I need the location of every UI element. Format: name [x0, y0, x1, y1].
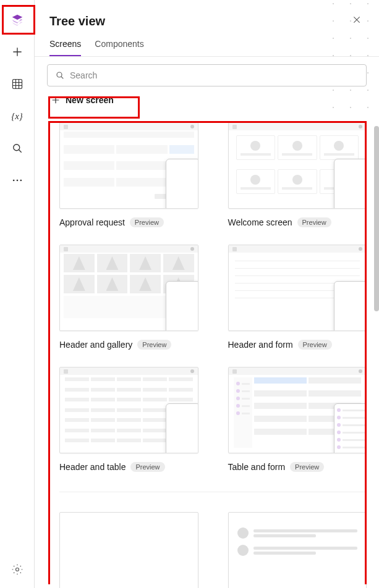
template-list[interactable] — [228, 512, 367, 588]
template-thumbnail — [228, 512, 367, 588]
svg-point-6 — [57, 72, 62, 77]
template-thumbnail — [228, 245, 367, 331]
new-screen-button[interactable]: New screen — [47, 93, 117, 107]
search-icon — [55, 70, 65, 80]
preview-badge: Preview — [298, 340, 332, 350]
template-label: Approval request — [59, 217, 125, 227]
new-screen-label: New screen — [66, 95, 114, 105]
template-thumbnail — [59, 367, 198, 453]
layers-icon[interactable] — [10, 12, 25, 27]
preview-badge: Preview — [137, 340, 171, 350]
variable-icon[interactable]: {x} — [10, 109, 25, 124]
tab-components[interactable]: Components — [95, 39, 143, 56]
svg-point-1 — [13, 145, 19, 151]
template-thumbnail — [59, 245, 198, 331]
template-thumbnail — [59, 122, 198, 209]
search-input[interactable] — [47, 64, 367, 86]
preview-badge: Preview — [290, 462, 324, 472]
template-label: Table and form — [228, 462, 286, 472]
search-icon[interactable] — [10, 141, 25, 156]
template-header-and-table[interactable]: Header and table Preview — [59, 367, 198, 472]
separator — [59, 492, 367, 492]
svg-point-2 — [12, 180, 14, 182]
svg-rect-0 — [12, 80, 22, 89]
preview-badge: Preview — [130, 217, 164, 227]
template-table-and-form[interactable]: Table and form Preview — [228, 367, 367, 472]
template-thumbnail — [228, 122, 367, 209]
template-header-and-form[interactable]: Header and form Preview — [228, 245, 367, 350]
svg-point-4 — [20, 180, 22, 182]
settings-icon[interactable] — [10, 562, 25, 577]
search-field[interactable] — [70, 70, 359, 80]
template-approval-request[interactable]: Approval request Preview — [59, 122, 198, 227]
more-icon[interactable] — [10, 173, 25, 188]
close-button[interactable] — [349, 12, 364, 30]
tab-screens[interactable]: Screens — [49, 39, 81, 56]
template-label: Header and form — [228, 340, 293, 350]
preview-badge: Preview — [130, 462, 164, 472]
template-thumbnail — [59, 512, 198, 588]
template-blank[interactable] — [59, 512, 198, 588]
panel-title: Tree view — [49, 14, 105, 28]
grid-icon[interactable] — [10, 77, 25, 91]
template-welcome-screen[interactable]: Welcome screen Preview — [228, 122, 367, 227]
tabs: Screens Components — [35, 30, 379, 57]
svg-point-3 — [16, 180, 18, 182]
template-thumbnail — [228, 367, 367, 453]
plus-icon — [51, 95, 61, 105]
template-label: Header and gallery — [59, 340, 132, 350]
template-gallery: Approval request Preview Welcom — [59, 122, 367, 588]
preview-badge: Preview — [297, 217, 331, 227]
template-label: Welcome screen — [228, 217, 292, 227]
plus-icon[interactable] — [10, 44, 25, 59]
left-rail: {x} — [0, 0, 35, 588]
svg-point-5 — [15, 568, 19, 571]
template-label: Header and table — [59, 462, 126, 472]
scrollbar[interactable] — [374, 126, 379, 311]
template-header-and-gallery[interactable]: Header and gallery Preview — [59, 245, 198, 350]
